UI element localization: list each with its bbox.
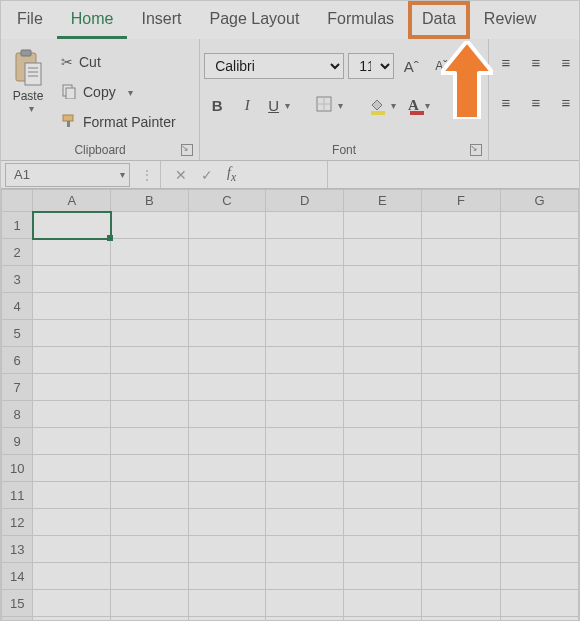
borders-dropdown-icon[interactable]: ▾ — [338, 100, 343, 111]
cell[interactable] — [421, 293, 501, 320]
cell[interactable] — [33, 401, 111, 428]
cell[interactable] — [188, 347, 266, 374]
cell[interactable] — [421, 401, 501, 428]
cell[interactable] — [111, 401, 189, 428]
cell[interactable] — [188, 536, 266, 563]
cell[interactable] — [501, 320, 579, 347]
cell[interactable] — [501, 590, 579, 617]
cell[interactable] — [501, 374, 579, 401]
col-header-f[interactable]: F — [421, 190, 501, 212]
align-top-button[interactable]: ≡ — [493, 49, 519, 75]
cell[interactable] — [266, 428, 344, 455]
cancel-formula-icon[interactable]: ✕ — [175, 167, 187, 183]
align-bottom-button[interactable]: ≡ — [553, 49, 579, 75]
cell[interactable] — [344, 320, 422, 347]
cell[interactable] — [266, 617, 344, 621]
clipboard-dialog-launcher-icon[interactable] — [181, 144, 193, 156]
cell[interactable] — [501, 401, 579, 428]
cell[interactable] — [501, 455, 579, 482]
cell[interactable] — [188, 212, 266, 239]
cell[interactable] — [188, 401, 266, 428]
cell[interactable] — [344, 563, 422, 590]
cell[interactable] — [421, 266, 501, 293]
fill-dropdown-icon[interactable]: ▾ — [391, 100, 396, 111]
cell[interactable] — [344, 590, 422, 617]
borders-button[interactable]: ▾ — [312, 92, 347, 118]
cell[interactable] — [33, 617, 111, 621]
font-color-button[interactable]: A ▾ — [404, 92, 434, 118]
cut-button[interactable]: ✂ Cut — [57, 49, 180, 75]
cell[interactable] — [188, 482, 266, 509]
row-header-11[interactable]: 11 — [2, 482, 33, 509]
col-header-g[interactable]: G — [501, 190, 579, 212]
underline-button[interactable]: U ▾ — [264, 92, 294, 118]
tab-review[interactable]: Review — [470, 1, 550, 39]
cell[interactable] — [33, 212, 111, 239]
cell[interactable] — [344, 347, 422, 374]
cell[interactable] — [266, 266, 344, 293]
align-middle-button[interactable]: ≡ — [523, 49, 549, 75]
cell[interactable] — [266, 455, 344, 482]
cell[interactable] — [266, 482, 344, 509]
underline-dropdown-icon[interactable]: ▾ — [285, 100, 290, 111]
col-header-a[interactable]: A — [33, 190, 111, 212]
cell[interactable] — [33, 590, 111, 617]
fx-icon[interactable]: fx — [227, 165, 236, 184]
row-header-4[interactable]: 4 — [2, 293, 33, 320]
cell[interactable] — [266, 212, 344, 239]
align-left-button[interactable]: ≡ — [493, 89, 519, 115]
row-header-14[interactable]: 14 — [2, 563, 33, 590]
fill-color-button[interactable]: ▾ — [365, 92, 400, 118]
increase-font-button[interactable]: Aˆ — [398, 53, 424, 79]
cell[interactable] — [111, 347, 189, 374]
col-header-d[interactable]: D — [266, 190, 344, 212]
cell[interactable] — [111, 482, 189, 509]
col-header-e[interactable]: E — [344, 190, 422, 212]
cell[interactable] — [111, 428, 189, 455]
cell[interactable] — [421, 617, 501, 621]
cell[interactable] — [266, 590, 344, 617]
bold-button[interactable]: B — [204, 92, 230, 118]
cell[interactable] — [501, 563, 579, 590]
copy-dropdown-icon[interactable]: ▾ — [128, 87, 133, 98]
cell[interactable] — [188, 509, 266, 536]
align-right-button[interactable]: ≡ — [553, 89, 579, 115]
cell[interactable] — [188, 374, 266, 401]
cell[interactable] — [33, 239, 111, 266]
cell[interactable] — [266, 347, 344, 374]
cell[interactable] — [344, 428, 422, 455]
cell[interactable] — [188, 239, 266, 266]
decrease-font-button[interactable]: Aˇ — [428, 53, 454, 79]
cell[interactable] — [501, 536, 579, 563]
row-header-8[interactable]: 8 — [2, 401, 33, 428]
font-dialog-launcher-icon[interactable] — [470, 144, 482, 156]
name-box-dropdown-icon[interactable]: ▾ — [120, 169, 125, 180]
cell[interactable] — [344, 455, 422, 482]
cell[interactable] — [421, 590, 501, 617]
cell[interactable] — [33, 293, 111, 320]
cell[interactable] — [421, 536, 501, 563]
worksheet[interactable]: A B C D E F G 12345678910111213141516 — [1, 189, 579, 620]
cell[interactable] — [33, 455, 111, 482]
cell[interactable] — [111, 239, 189, 266]
cell[interactable] — [33, 347, 111, 374]
row-header-13[interactable]: 13 — [2, 536, 33, 563]
cell[interactable] — [33, 482, 111, 509]
cell[interactable] — [421, 455, 501, 482]
tab-file[interactable]: File — [3, 1, 57, 39]
cell[interactable] — [344, 239, 422, 266]
cell[interactable] — [344, 212, 422, 239]
tab-formulas[interactable]: Formulas — [313, 1, 408, 39]
cell[interactable] — [266, 239, 344, 266]
cell[interactable] — [421, 482, 501, 509]
cell[interactable] — [111, 590, 189, 617]
cell[interactable] — [501, 212, 579, 239]
row-header-16[interactable]: 16 — [2, 617, 33, 621]
cell[interactable] — [111, 266, 189, 293]
row-header-1[interactable]: 1 — [2, 212, 33, 239]
col-header-c[interactable]: C — [188, 190, 266, 212]
cell[interactable] — [344, 617, 422, 621]
cell[interactable] — [33, 536, 111, 563]
cell[interactable] — [344, 509, 422, 536]
cell[interactable] — [188, 428, 266, 455]
